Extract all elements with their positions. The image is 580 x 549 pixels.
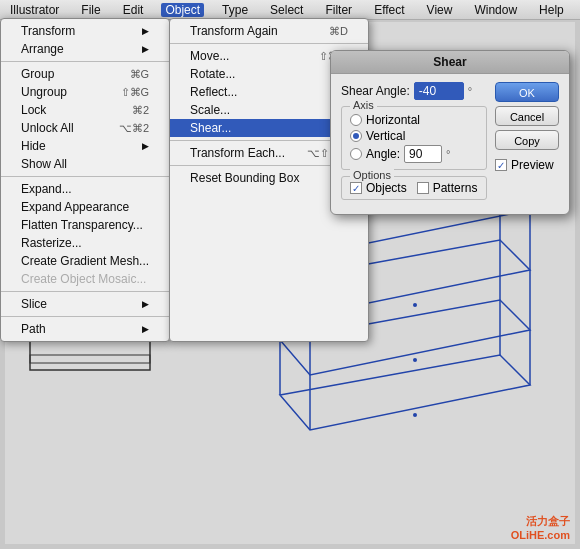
- menu-view[interactable]: View: [423, 3, 457, 17]
- vertical-radio[interactable]: [350, 130, 362, 142]
- object-menu: Transform Arrange Group ⌘G Ungroup ⇧⌘G L…: [0, 18, 170, 342]
- vertical-radio-row: Vertical: [350, 129, 478, 143]
- svg-point-16: [413, 303, 417, 307]
- patterns-label: Patterns: [433, 181, 478, 195]
- submenu-scale-label: Scale...: [190, 103, 230, 117]
- menu-item-lock-label: Lock: [21, 103, 46, 117]
- menu-item-lock-shortcut: ⌘2: [132, 104, 149, 117]
- watermark-bottom-right: 活力盒子 OLiHE.com: [511, 514, 570, 541]
- menu-help[interactable]: Help: [535, 3, 568, 17]
- axis-section: Axis Horizontal Vertical Angle: °: [341, 106, 487, 170]
- submenu-transform-again[interactable]: Transform Again ⌘D: [170, 22, 368, 40]
- menu-bar: Illustrator File Edit Object Type Select…: [0, 0, 580, 20]
- dialog-body: Shear Angle: ° Axis Horizontal Vertical: [331, 74, 569, 214]
- submenu-separator-1: [170, 43, 368, 44]
- submenu-rotate-label: Rotate...: [190, 67, 235, 81]
- menu-item-expand-appearance-label: Expand Appearance: [21, 200, 129, 214]
- menu-window[interactable]: Window: [470, 3, 521, 17]
- submenu-move-label: Move...: [190, 49, 229, 63]
- objects-checkbox-row: Objects: [350, 181, 407, 195]
- ok-button[interactable]: OK: [495, 82, 559, 102]
- preview-checkbox-row: Preview: [495, 158, 559, 172]
- menu-item-group[interactable]: Group ⌘G: [1, 65, 169, 83]
- menu-item-lock[interactable]: Lock ⌘2: [1, 101, 169, 119]
- angle-label: Angle:: [366, 147, 400, 161]
- menu-item-group-label: Group: [21, 67, 54, 81]
- menu-item-expand-label: Expand...: [21, 182, 72, 196]
- menu-item-ungroup[interactable]: Ungroup ⇧⌘G: [1, 83, 169, 101]
- preview-checkbox[interactable]: [495, 159, 507, 171]
- menu-item-flatten[interactable]: Flatten Transparency...: [1, 216, 169, 234]
- menu-item-arrange[interactable]: Arrange: [1, 40, 169, 58]
- menu-item-path-label: Path: [21, 322, 46, 336]
- horizontal-radio-row: Horizontal: [350, 113, 478, 127]
- patterns-checkbox[interactable]: [417, 182, 429, 194]
- axis-section-title: Axis: [350, 99, 377, 111]
- menu-edit[interactable]: Edit: [119, 3, 148, 17]
- menu-item-slice[interactable]: Slice: [1, 295, 169, 313]
- shear-angle-input[interactable]: [414, 82, 464, 100]
- menu-effect[interactable]: Effect: [370, 3, 408, 17]
- menu-item-flatten-label: Flatten Transparency...: [21, 218, 143, 232]
- separator-1: [1, 61, 169, 62]
- patterns-checkbox-row: Patterns: [417, 181, 478, 195]
- menu-item-rasterize-label: Rasterize...: [21, 236, 82, 250]
- menu-item-rasterize[interactable]: Rasterize...: [1, 234, 169, 252]
- separator-3: [1, 291, 169, 292]
- menu-item-expand-appearance[interactable]: Expand Appearance: [1, 198, 169, 216]
- menu-item-transform-label: Transform: [21, 24, 75, 38]
- submenu-transform-again-label: Transform Again: [190, 24, 278, 38]
- menu-filter[interactable]: Filter: [321, 3, 356, 17]
- menu-item-gradient-mesh[interactable]: Create Gradient Mesh...: [1, 252, 169, 270]
- shear-angle-label: Shear Angle:: [341, 84, 410, 98]
- menu-item-ungroup-shortcut: ⇧⌘G: [121, 86, 150, 99]
- svg-point-17: [413, 358, 417, 362]
- menu-item-transform[interactable]: Transform: [1, 22, 169, 40]
- menu-item-show-label: Show All: [21, 157, 67, 171]
- menu-item-ungroup-label: Ungroup: [21, 85, 67, 99]
- cancel-button[interactable]: Cancel: [495, 106, 559, 126]
- menu-illustrator[interactable]: Illustrator: [6, 3, 63, 17]
- menu-item-unlock-label: Unlock All: [21, 121, 74, 135]
- degree-symbol: °: [468, 85, 472, 97]
- menu-item-path[interactable]: Path: [1, 320, 169, 338]
- menu-item-show-all[interactable]: Show All: [1, 155, 169, 173]
- svg-point-18: [413, 413, 417, 417]
- submenu-container: Transform Arrange Group ⌘G Ungroup ⇧⌘G L…: [0, 18, 369, 342]
- dialog-buttons: OK Cancel Copy Preview: [495, 82, 559, 206]
- menu-item-expand[interactable]: Expand...: [1, 180, 169, 198]
- dialog-left-area: Shear Angle: ° Axis Horizontal Vertical: [341, 82, 487, 206]
- angle-input[interactable]: [404, 145, 442, 163]
- menu-item-unlock-all[interactable]: Unlock All ⌥⌘2: [1, 119, 169, 137]
- menu-type[interactable]: Type: [218, 3, 252, 17]
- submenu-transform-each-label: Transform Each...: [190, 146, 285, 160]
- options-section-title: Options: [350, 169, 394, 181]
- menu-item-hide-label: Hide: [21, 139, 46, 153]
- submenu-reset-bounding-label: Reset Bounding Box: [190, 171, 299, 185]
- separator-2: [1, 176, 169, 177]
- dialog-titlebar: Shear: [331, 51, 569, 74]
- menu-object[interactable]: Object: [161, 3, 204, 17]
- menu-select[interactable]: Select: [266, 3, 307, 17]
- submenu-transform-again-shortcut: ⌘D: [329, 25, 348, 38]
- separator-4: [1, 316, 169, 317]
- copy-button[interactable]: Copy: [495, 130, 559, 150]
- options-checkboxes: Objects Patterns: [350, 181, 478, 195]
- horizontal-radio[interactable]: [350, 114, 362, 126]
- submenu-shear-label: Shear...: [190, 121, 231, 135]
- dialog-top-area: Shear Angle: ° Axis Horizontal Vertical: [341, 82, 559, 206]
- shear-dialog: Shear Shear Angle: ° Axis Horizontal: [330, 50, 570, 215]
- menu-item-hide[interactable]: Hide: [1, 137, 169, 155]
- shear-angle-row: Shear Angle: °: [341, 82, 487, 100]
- objects-checkbox[interactable]: [350, 182, 362, 194]
- angle-radio-row: Angle: °: [350, 145, 478, 163]
- objects-label: Objects: [366, 181, 407, 195]
- menu-item-mosaic-label: Create Object Mosaic...: [21, 272, 146, 286]
- angle-radio[interactable]: [350, 148, 362, 160]
- angle-degree-symbol: °: [446, 148, 450, 160]
- options-section: Options Objects Patterns: [341, 176, 487, 200]
- vertical-label: Vertical: [366, 129, 405, 143]
- preview-label: Preview: [511, 158, 554, 172]
- menu-item-slice-label: Slice: [21, 297, 47, 311]
- menu-file[interactable]: File: [77, 3, 104, 17]
